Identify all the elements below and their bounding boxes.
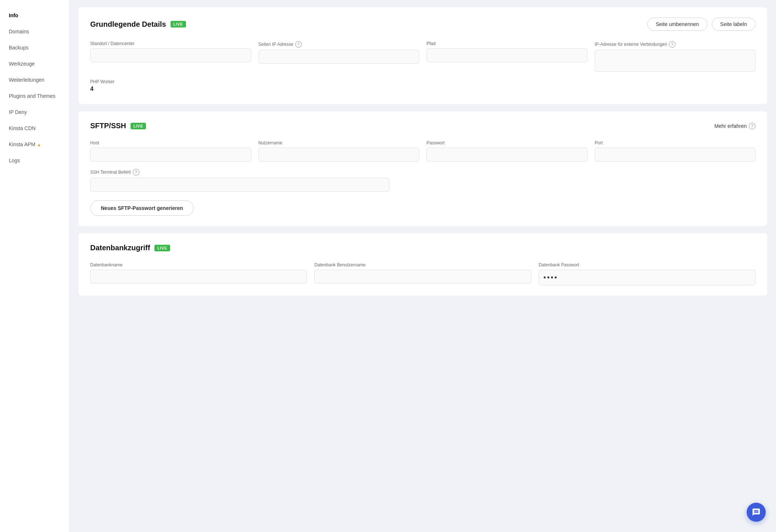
db-name-field: Datenbankname [90,262,307,285]
passwort-input[interactable] [427,148,588,162]
port-label: Port [595,140,756,145]
grundlegende-header: Grundlegende Details LIVE Seite umbenenn… [90,18,755,31]
host-label: Host [90,140,251,145]
passwort-label: Passwort [427,140,588,145]
nutzername-input[interactable] [259,148,420,162]
chat-bubble-button[interactable] [747,503,766,522]
php-worker-section: PHP Worker 4 [90,79,755,94]
host-input[interactable] [90,148,251,162]
sidebar-item-weiterleitungen[interactable]: Weiterleitungen [0,72,69,88]
standort-field: Standort / Datencenter [90,41,251,72]
passwort-field: Passwort [427,140,588,162]
ssh-terminal-label: SSH Terminal Befehl ? [90,169,755,176]
sidebar-item-backups[interactable]: Backups [0,40,69,56]
seiten-ip-help-icon[interactable]: ? [295,41,302,48]
label-page-button[interactable]: Seite labeln [712,18,755,31]
db-live-badge: LIVE [154,245,170,251]
rename-page-button[interactable]: Seite umbenennen [647,18,707,31]
standort-label: Standort / Datencenter [90,41,251,46]
db-pass-field: Datenbank Passwort •••• [539,262,755,285]
sftp-fields-grid: Host Nutzername Passwort Port [90,140,755,162]
sftp-title: SFTP/SSH [90,122,126,130]
db-fields-grid: Datenbankname Datenbank Benutzername Dat… [90,262,755,285]
ssh-terminal-field: SSH Terminal Befehl ? [90,169,755,192]
db-pass-input[interactable]: •••• [539,270,755,285]
host-field: Host [90,140,251,162]
ip-extern-help-icon[interactable]: ? [669,41,676,48]
seiten-ip-field: Seiten IP Adresse ? [259,41,420,72]
ssh-terminal-help-icon[interactable]: ? [133,169,139,176]
datenbankzugriff-card: Datenbankzugriff LIVE Datenbankname Date… [78,233,767,296]
generate-sftp-password-button[interactable]: Neues SFTP-Passwort generieren [90,200,194,216]
grundlegende-title-group: Grundlegende Details LIVE [90,20,186,29]
sidebar-item-ip-deny[interactable]: IP Deny [0,104,69,120]
grundlegende-live-badge: LIVE [171,21,186,27]
port-field: Port [595,140,756,162]
db-title-group: Datenbankzugriff LIVE [90,244,170,252]
grundlegende-header-buttons: Seite umbenennen Seite labeln [647,18,755,31]
db-user-field: Datenbank Benutzername [314,262,531,285]
ssh-terminal-input[interactable] [90,178,389,192]
grundlegende-fields-grid: Standort / Datencenter Seiten IP Adresse… [90,41,755,72]
ip-extern-input[interactable] [595,50,756,72]
db-name-input[interactable] [90,270,307,284]
db-pass-label: Datenbank Passwort [539,262,755,267]
ip-extern-field: IP-Adresse für externe Verbindungen ? [595,41,756,72]
sidebar-item-info[interactable]: Info [0,7,69,23]
sidebar: Info Domains Backups Werkzeuge Weiterlei… [0,0,70,532]
sftp-ssh-card: SFTP/SSH LIVE Mehr erfahren ? Host Nutze… [78,111,767,226]
sidebar-item-kinsta-apm[interactable]: Kinsta APM ▲ [0,136,69,152]
apm-triangle-icon: ▲ [37,142,41,147]
php-worker-label: PHP Worker [90,79,755,84]
seiten-ip-label: Seiten IP Adresse ? [259,41,420,48]
sftp-title-group: SFTP/SSH LIVE [90,122,146,130]
port-input[interactable] [595,148,756,162]
sidebar-item-kinsta-cdn[interactable]: Kinsta CDN [0,120,69,136]
chat-icon [752,508,761,517]
grundlegende-details-card: Grundlegende Details LIVE Seite umbenenn… [78,7,767,104]
db-user-input[interactable] [314,270,531,284]
sidebar-item-domains[interactable]: Domains [0,23,69,40]
db-title: Datenbankzugriff [90,244,150,252]
sftp-live-badge: LIVE [131,123,146,129]
main-content: Grundlegende Details LIVE Seite umbenenn… [70,0,776,532]
mehr-erfahren-help-icon[interactable]: ? [749,123,755,129]
nutzername-field: Nutzername [259,140,420,162]
nutzername-label: Nutzername [259,140,420,145]
ip-extern-label: IP-Adresse für externe Verbindungen ? [595,41,756,48]
sidebar-item-werkzeuge[interactable]: Werkzeuge [0,56,69,72]
sidebar-item-logs[interactable]: Logs [0,152,69,169]
db-name-label: Datenbankname [90,262,307,267]
seiten-ip-input[interactable] [259,50,420,64]
pfad-input[interactable] [427,48,588,62]
pfad-label: Pfad [427,41,588,46]
sftp-header: SFTP/SSH LIVE Mehr erfahren ? [90,122,755,130]
db-pass-dots: •••• [543,271,558,284]
grundlegende-title: Grundlegende Details [90,20,166,29]
db-header: Datenbankzugriff LIVE [90,244,755,252]
standort-input[interactable] [90,48,251,62]
pfad-field: Pfad [427,41,588,72]
db-user-label: Datenbank Benutzername [314,262,531,267]
php-worker-value: 4 [90,84,755,94]
sidebar-item-plugins-themes[interactable]: Plugins and Themes [0,88,69,104]
mehr-erfahren-link[interactable]: Mehr erfahren ? [714,123,755,129]
